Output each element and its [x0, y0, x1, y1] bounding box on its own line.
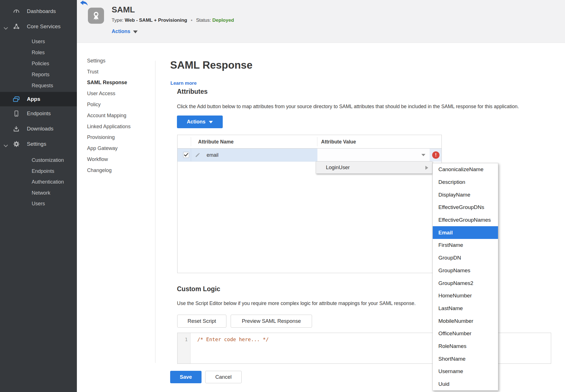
sidebar-item-settings[interactable]: Settings	[0, 140, 77, 149]
sidebar-item-endpoints[interactable]: Endpoints	[0, 109, 77, 118]
dropdown-item-groupdn[interactable]: GroupDN	[433, 252, 498, 264]
sidebar-item-network[interactable]: Network	[0, 188, 77, 197]
sidebar-item-downloads[interactable]: Downloads	[0, 124, 77, 133]
dropdown-item-description[interactable]: Description	[433, 176, 498, 189]
meta-separator: •	[191, 18, 192, 23]
column-separator	[317, 137, 317, 146]
dropdown-item-groupnames[interactable]: GroupNames	[433, 264, 498, 277]
edit-pencil-icon[interactable]	[195, 153, 200, 159]
chevron-down-icon	[209, 121, 213, 123]
subnav-item-app-gateway[interactable]: App Gateway	[87, 143, 131, 154]
sidebar-item-authentication[interactable]: Authentication	[0, 177, 77, 186]
sidebar-item-users[interactable]: Users	[0, 37, 77, 46]
attributes-description: Click the Add button below to map attrib…	[177, 104, 519, 110]
error-icon: !	[432, 151, 440, 159]
subnav-item-workflow[interactable]: Workflow	[87, 154, 131, 165]
sidebar-item-label: Endpoints	[27, 110, 51, 117]
subnav-item-changelog[interactable]: Changelog	[87, 165, 131, 176]
status-badge: Deployed	[212, 18, 234, 23]
status-label: Status:	[196, 18, 211, 23]
reset-script-button[interactable]: Reset Script	[177, 315, 226, 328]
sidebar-item-label: Roles	[32, 50, 45, 56]
type-value: Web - SAML + Provisioning	[125, 18, 187, 23]
sidebar-item-requests[interactable]: Requests	[0, 81, 77, 90]
sidebar-item-settings-endpoints[interactable]: Endpoints	[0, 167, 77, 176]
dropdown-item-effectivegroupdns[interactable]: EffectiveGroupDNs	[433, 201, 498, 214]
apps-icon	[12, 95, 20, 103]
sidebar-item-reports[interactable]: Reports	[0, 70, 77, 79]
sidebar-item-settings-users[interactable]: Users	[0, 199, 77, 208]
sidebar-item-apps[interactable]: Apps	[0, 92, 77, 106]
sidebar-item-label: Authentication	[32, 179, 64, 185]
dropdown-item-displayname[interactable]: DisplayName	[433, 188, 498, 201]
submenu-arrow-icon	[425, 166, 428, 170]
subnav-item-user-access[interactable]: User Access	[87, 88, 131, 99]
custom-logic-description: Use the Script Editor below if you requi…	[177, 300, 416, 306]
dropdown-item-groupnames2[interactable]: GroupNames2	[433, 277, 498, 289]
dropdown-item-uuid[interactable]: Uuid	[433, 378, 498, 391]
preview-saml-response-button[interactable]: Preview SAML Response	[231, 315, 312, 328]
attribute-name-cell: email	[207, 149, 218, 162]
subnav-item-provisioning[interactable]: Provisioning	[87, 132, 131, 143]
sidebar-item-label: Requests	[32, 83, 53, 89]
page-title: SAML Response	[170, 59, 252, 71]
column-header-attribute-name: Attribute Name	[198, 135, 233, 149]
sidebar-item-dashboards[interactable]: Dashboards	[0, 6, 77, 16]
subnav-item-settings[interactable]: Settings	[87, 55, 131, 66]
sidebar-item-label: Dashboards	[27, 8, 56, 14]
dropdown-item-shortname[interactable]: ShortName	[433, 352, 498, 365]
subnav-item-saml-response[interactable]: SAML Response	[87, 77, 131, 88]
subnav-item-linked-applications[interactable]: Linked Applications	[87, 121, 131, 132]
attributes-table: Attribute Name Attribute Value email !	[177, 135, 442, 273]
attribute-dropdown-list: CanonicalizeName Description DisplayName…	[432, 163, 498, 391]
sidebar-item-label: Endpoints	[32, 168, 54, 174]
dropdown-item-homenumber[interactable]: HomeNumber	[433, 289, 498, 302]
column-separator	[191, 137, 191, 146]
sidebar-item-customization[interactable]: Customization	[0, 156, 77, 165]
sidebar-item-label: Network	[32, 190, 50, 196]
subnav-item-policy[interactable]: Policy	[87, 99, 131, 110]
dropdown-item-lastname[interactable]: LastName	[433, 302, 498, 315]
dropdown-item-username[interactable]: Username	[433, 365, 498, 378]
subnav-item-trust[interactable]: Trust	[87, 66, 131, 77]
dropdown-item-effectivegroupnames[interactable]: EffectiveGroupNames	[433, 214, 498, 227]
gauge-icon	[12, 8, 20, 15]
sidebar-item-roles[interactable]: Roles	[0, 48, 77, 57]
sidebar-item-label: Settings	[27, 141, 46, 147]
sidebar-item-label: Core Services	[27, 23, 60, 30]
reset-script-label: Reset Script	[188, 318, 216, 324]
cancel-button[interactable]: Cancel	[205, 371, 242, 383]
learn-more-link[interactable]: Learn more	[170, 80, 197, 86]
subnav-item-account-mapping[interactable]: Account Mapping	[87, 110, 131, 121]
dropdown-item-mobilenumber[interactable]: MobileNumber	[433, 315, 498, 327]
value-source-menu-label: LoginUser	[326, 164, 350, 171]
value-source-menu-loginuser[interactable]: LoginUser	[316, 161, 432, 174]
chevron-down-icon	[421, 154, 425, 156]
app-title: SAML	[112, 5, 135, 14]
app-meta: Type: Web - SAML + Provisioning • Status…	[112, 18, 234, 23]
dropdown-item-firstname[interactable]: FirstName	[433, 239, 498, 252]
sidebar-item-label: Apps	[27, 96, 40, 102]
cancel-label: Cancel	[215, 374, 232, 380]
attributes-heading: Attributes	[177, 88, 208, 95]
attributes-actions-button[interactable]: Actions	[177, 116, 223, 128]
back-arrow-icon[interactable]	[80, 0, 88, 7]
column-header-attribute-value: Attribute Value	[321, 135, 356, 149]
dropdown-item-canonicalizename[interactable]: CanonicalizeName	[433, 163, 498, 176]
dropdown-item-email[interactable]: Email	[433, 226, 498, 239]
attribute-value-select[interactable]	[317, 149, 430, 162]
dropdown-item-rolenames[interactable]: RoleNames	[433, 340, 498, 353]
core-services-icon	[12, 23, 20, 31]
error-cell: !	[430, 149, 441, 162]
table-row[interactable]: email !	[177, 149, 441, 162]
download-icon	[12, 125, 20, 133]
type-label: Type:	[112, 18, 124, 23]
sidebar-item-core-services[interactable]: Core Services	[0, 21, 77, 32]
save-button[interactable]: Save	[170, 371, 202, 383]
header-actions-menu[interactable]: Actions	[112, 29, 138, 34]
sidebar-item-policies[interactable]: Policies	[0, 59, 77, 68]
attributes-actions-label: Actions	[187, 119, 205, 125]
content-divider	[155, 61, 155, 363]
dropdown-item-officenumber[interactable]: OfficeNumber	[433, 327, 498, 340]
row-checkbox[interactable]	[183, 152, 189, 158]
